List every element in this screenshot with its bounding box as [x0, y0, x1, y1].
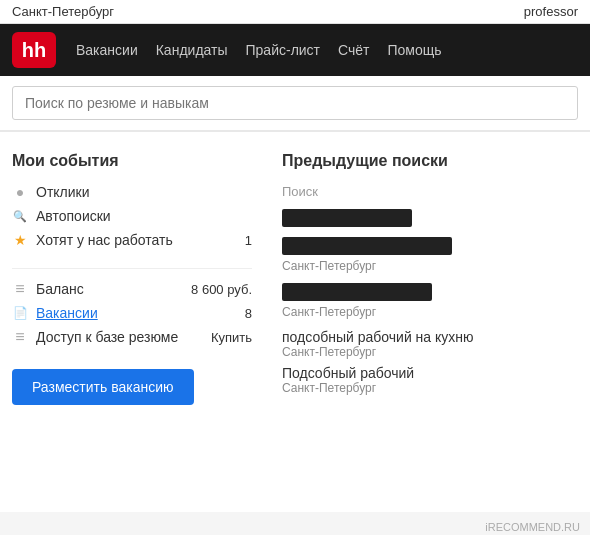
nav-help[interactable]: Помощь [388, 42, 442, 58]
finance-list: ≡ Баланс 8 600 руб. 📄 Вакансии 8 ≡ Досту… [12, 268, 252, 345]
list-item-responses: ● Отклики [12, 184, 252, 200]
prev-searches-title: Предыдущие поиски [282, 152, 578, 170]
search-item-5[interactable]: Подсобный рабочий Санкт-Петербург [282, 365, 578, 395]
db-access-buy: Купить [211, 330, 252, 345]
search-bar-wrap [0, 76, 590, 132]
balance-icon: ≡ [12, 281, 28, 297]
hh-logo[interactable]: hh [12, 32, 56, 68]
want-work-label[interactable]: Хотят у нас работать [36, 232, 173, 248]
search-loc-4: Санкт-Петербург [282, 345, 578, 359]
search-name-4: подсобный рабочий на кухню [282, 329, 578, 345]
search-location-2: Санкт-Петербург [282, 259, 578, 273]
search-col-label: Поиск [282, 184, 578, 199]
balance-value: 8 600 руб. [191, 282, 252, 297]
autosearch-icon: 🔍 [12, 208, 28, 224]
db-access-icon: ≡ [12, 329, 28, 345]
search-redacted-3 [282, 283, 432, 301]
balance-label: Баланс [36, 281, 84, 297]
my-events-title: Мои события [12, 152, 252, 170]
nav-bar: hh Вакансии Кандидаты Прайс-лист Счёт По… [0, 24, 590, 76]
list-item-vacancies: 📄 Вакансии 8 [12, 305, 252, 321]
watermark: iRECOMMEND.RU [485, 521, 580, 533]
left-column: Мои события ● Отклики 🔍 Автопоиски ★ Хот… [12, 152, 282, 492]
buy-link[interactable]: Купить [211, 330, 252, 345]
search-item-4[interactable]: подсобный рабочий на кухню Санкт-Петербу… [282, 329, 578, 359]
list-item-want-work: ★ Хотят у нас работать 1 [12, 232, 252, 248]
search-item-3[interactable]: Санкт-Петербург [282, 283, 578, 319]
vacancies-link[interactable]: Вакансии [36, 305, 98, 321]
nav-candidates[interactable]: Кандидаты [156, 42, 228, 58]
list-item-db-access: ≡ Доступ к базе резюме Купить [12, 329, 252, 345]
main-content: Мои события ● Отклики 🔍 Автопоиски ★ Хот… [0, 132, 590, 512]
bottom-bar: iRECOMMEND.RU [0, 512, 590, 535]
autosearch-label[interactable]: Автопоиски [36, 208, 111, 224]
search-redacted-1 [282, 209, 412, 227]
search-input[interactable] [12, 86, 578, 120]
top-bar: Санкт-Петербург professor [0, 0, 590, 24]
search-name-5: Подсобный рабочий [282, 365, 578, 381]
responses-label[interactable]: Отклики [36, 184, 90, 200]
search-item-1[interactable] [282, 209, 578, 227]
post-vacancy-button[interactable]: Разместить вакансию [12, 369, 194, 405]
events-list: ● Отклики 🔍 Автопоиски ★ Хотят у нас раб… [12, 184, 252, 248]
nav-pricelist[interactable]: Прайс-лист [246, 42, 321, 58]
vacancies-icon: 📄 [12, 305, 28, 321]
search-redacted-2 [282, 237, 452, 255]
city-label: Санкт-Петербург [12, 4, 114, 19]
list-item-balance: ≡ Баланс 8 600 руб. [12, 281, 252, 297]
vacancies-count: 8 [245, 306, 252, 321]
user-label: professor [524, 4, 578, 19]
db-access-label: Доступ к базе резюме [36, 329, 178, 345]
search-loc-5: Санкт-Петербург [282, 381, 578, 395]
right-column: Предыдущие поиски Поиск Санкт-Петербург … [282, 152, 578, 492]
nav-links: Вакансии Кандидаты Прайс-лист Счёт Помощ… [76, 42, 442, 58]
want-work-count: 1 [245, 233, 252, 248]
list-item-autosearch: 🔍 Автопоиски [12, 208, 252, 224]
responses-icon: ● [12, 184, 28, 200]
nav-vacancies[interactable]: Вакансии [76, 42, 138, 58]
search-location-3: Санкт-Петербург [282, 305, 578, 319]
nav-account[interactable]: Счёт [338, 42, 369, 58]
search-item-2[interactable]: Санкт-Петербург [282, 237, 578, 273]
star-icon: ★ [12, 232, 28, 248]
